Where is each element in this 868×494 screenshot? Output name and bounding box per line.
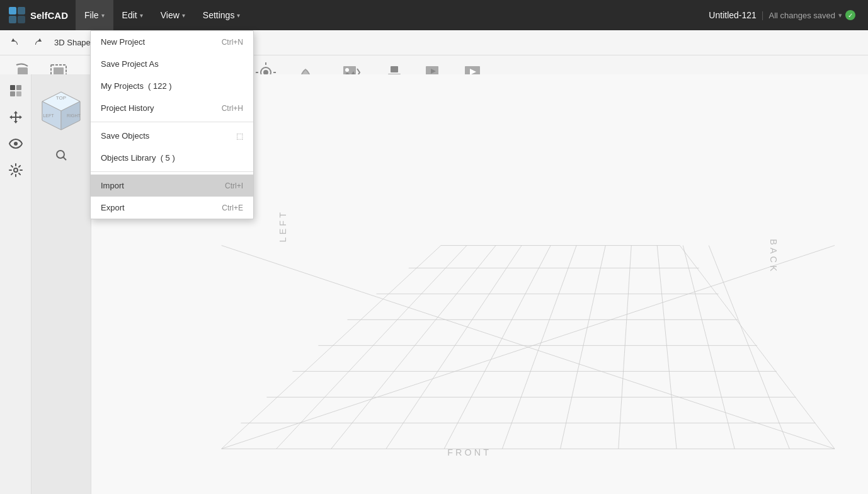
svg-rect-37 bbox=[16, 85, 21, 90]
export-item[interactable]: Export Ctrl+E bbox=[91, 197, 253, 219]
import-item[interactable]: Import Ctrl+I bbox=[91, 175, 253, 197]
import-shortcut: Ctrl+I bbox=[225, 181, 243, 190]
new-project-shortcut: Ctrl+N bbox=[222, 38, 243, 47]
save-objects-item[interactable]: Save Objects ⬚ bbox=[91, 125, 253, 147]
project-history-item[interactable]: Project History Ctrl+H bbox=[91, 97, 253, 119]
menu-item-view[interactable]: View ▾ bbox=[152, 0, 194, 30]
save-project-as-item[interactable]: Save Project As bbox=[91, 53, 253, 75]
redo-button[interactable] bbox=[28, 33, 47, 52]
menu-bar: SelfCAD File ▾ Edit ▾ View ▾ Settings ▾ … bbox=[0, 0, 868, 30]
svg-line-50 bbox=[63, 157, 66, 160]
save-project-as-label: Save Project As bbox=[101, 59, 159, 69]
svg-line-68 bbox=[657, 246, 677, 449]
svg-line-67 bbox=[619, 246, 631, 449]
svg-point-23 bbox=[345, 68, 349, 72]
edit-label: Edit bbox=[122, 10, 137, 20]
export-label: Export bbox=[101, 203, 125, 212]
new-project-label: New Project bbox=[101, 37, 145, 47]
settings-label: Settings bbox=[203, 10, 235, 20]
svg-line-69 bbox=[683, 246, 734, 449]
svg-text:RIGHT: RIGHT bbox=[67, 113, 81, 118]
my-projects-item[interactable]: My Projects ( 122 ) bbox=[91, 75, 253, 97]
svg-rect-0 bbox=[9, 7, 16, 14]
svg-line-64 bbox=[444, 246, 551, 449]
view-arrow: ▾ bbox=[182, 12, 185, 19]
sidebar-view-icon[interactable] bbox=[4, 132, 27, 155]
objects-library-label: Objects Library ( 5 ) bbox=[101, 153, 175, 163]
import-label: Import bbox=[101, 181, 124, 190]
saved-indicator: All changes saved ▾ ✓ bbox=[768, 10, 855, 20]
svg-point-40 bbox=[14, 142, 18, 146]
logo[interactable]: SelfCAD bbox=[0, 0, 76, 30]
menu-item-file[interactable]: File ▾ bbox=[76, 0, 113, 30]
save-objects-label: Save Objects bbox=[101, 131, 149, 141]
save-objects-icon: ⬚ bbox=[236, 132, 243, 141]
menu-items: File ▾ Edit ▾ View ▾ Settings ▾ bbox=[76, 0, 249, 30]
shapes-label: 3D Shapes bbox=[54, 38, 94, 47]
svg-text:BACK: BACK bbox=[768, 239, 779, 273]
svg-line-61 bbox=[277, 246, 467, 449]
svg-rect-39 bbox=[16, 91, 21, 96]
svg-rect-3 bbox=[18, 16, 25, 23]
menu-item-settings[interactable]: Settings ▾ bbox=[194, 0, 249, 30]
svg-text:LEFT: LEFT bbox=[43, 113, 54, 118]
saved-check-icon: ✓ bbox=[845, 10, 855, 20]
objects-library-item[interactable]: Objects Library ( 5 ) bbox=[91, 147, 253, 169]
svg-text:FRONT: FRONT bbox=[447, 447, 491, 457]
svg-line-60 bbox=[222, 246, 441, 449]
svg-line-65 bbox=[502, 246, 576, 449]
divider-2 bbox=[91, 171, 253, 172]
file-arrow: ▾ bbox=[101, 12, 105, 19]
svg-line-66 bbox=[561, 246, 606, 449]
undo-button[interactable] bbox=[6, 33, 25, 52]
settings-arrow: ▾ bbox=[237, 12, 240, 19]
svg-rect-25 bbox=[391, 66, 398, 72]
project-history-shortcut: Ctrl+H bbox=[222, 104, 243, 113]
svg-line-62 bbox=[331, 246, 496, 449]
sidebar-shapes-icon[interactable] bbox=[4, 79, 27, 102]
new-project-item[interactable]: New Project Ctrl+N bbox=[91, 31, 253, 53]
svg-point-41 bbox=[14, 168, 18, 172]
title-area: Untitled-121 | All changes saved ▾ ✓ bbox=[709, 10, 868, 20]
my-projects-label: My Projects ( 122 ) bbox=[101, 81, 172, 91]
svg-text:TOP: TOP bbox=[56, 95, 66, 101]
svg-line-70 bbox=[709, 246, 789, 449]
left-panel: TOP LEFT RIGHT bbox=[31, 74, 91, 494]
divider-1 bbox=[91, 122, 253, 122]
svg-text:LEFT: LEFT bbox=[278, 210, 288, 242]
svg-rect-2 bbox=[9, 16, 16, 23]
project-title: Untitled-121 bbox=[709, 10, 757, 20]
svg-rect-36 bbox=[10, 85, 15, 90]
left-sidebar bbox=[0, 74, 31, 494]
zoom-icon[interactable] bbox=[54, 147, 69, 163]
menu-item-edit[interactable]: Edit ▾ bbox=[113, 0, 152, 30]
svg-rect-1 bbox=[18, 7, 25, 14]
cube-navigator[interactable]: TOP LEFT RIGHT bbox=[36, 86, 86, 136]
svg-line-71 bbox=[680, 246, 835, 449]
sidebar-move-icon[interactable] bbox=[4, 106, 27, 129]
sidebar-settings-icon[interactable] bbox=[4, 159, 27, 181]
selfcad-logo-icon bbox=[8, 6, 26, 25]
project-history-label: Project History bbox=[101, 103, 154, 113]
svg-rect-38 bbox=[10, 91, 15, 96]
edit-arrow: ▾ bbox=[140, 12, 143, 19]
export-shortcut: Ctrl+E bbox=[222, 204, 243, 212]
view-label: View bbox=[161, 10, 180, 20]
logo-text: SelfCAD bbox=[30, 10, 68, 21]
file-dropdown-menu: New Project Ctrl+N Save Project As My Pr… bbox=[90, 30, 254, 219]
file-label: File bbox=[84, 10, 99, 20]
saved-text: All changes saved bbox=[768, 11, 835, 20]
svg-line-63 bbox=[386, 246, 522, 449]
